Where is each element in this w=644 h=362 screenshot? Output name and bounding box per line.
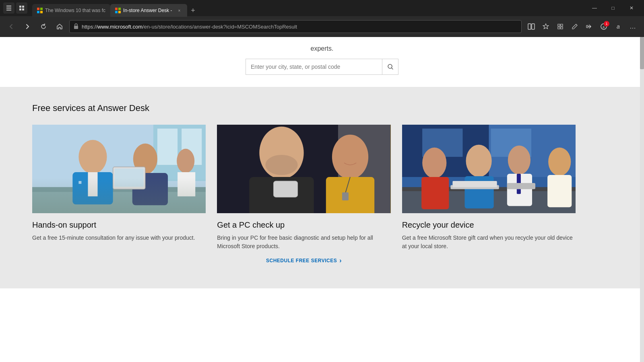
svg-rect-5 (19, 8, 21, 10)
svg-rect-18 (32, 189, 206, 213)
tab-2-label: In-store Answer Desk - (123, 8, 172, 13)
svg-rect-27 (78, 181, 81, 184)
card-hands-on: Hands-on support Get a free 15-minute co… (32, 125, 206, 251)
svg-rect-1 (6, 8, 11, 8)
svg-rect-3 (19, 6, 21, 8)
page-top: experts. (0, 37, 644, 87)
card-recycle: Recycle your device Get a free Microsoft… (402, 125, 576, 251)
svg-rect-19 (32, 187, 206, 192)
title-bar: The Windows 10 that was fc In-store Answ… (0, 0, 644, 16)
share-button[interactable] (583, 20, 596, 33)
ms-favicon-1 (37, 8, 43, 13)
svg-point-37 (332, 135, 368, 179)
search-button[interactable] (382, 59, 398, 74)
tabs-area: The Windows 10 that was fc In-store Answ… (32, 0, 584, 16)
schedule-arrow: › (339, 257, 342, 264)
svg-rect-10 (586, 25, 588, 28)
page-wrapper[interactable]: experts. Free services at Answer Desk (0, 37, 644, 362)
svg-rect-24 (132, 173, 168, 205)
page-footer (0, 288, 644, 296)
svg-rect-2 (6, 10, 11, 10)
new-tab-button[interactable]: + (187, 5, 198, 16)
maximize-button[interactable]: □ (604, 2, 622, 14)
svg-rect-40 (342, 192, 349, 200)
url-text: https://www.microsoft.com/en-us/store/lo… (82, 24, 297, 30)
ms-favicon-2 (115, 8, 121, 13)
toolbar-icons: a 1 a … (525, 20, 639, 33)
card-title-recycle: Recycle your device (402, 220, 576, 230)
card-pc-checkup: Get a PC check up Bring in your PC for f… (217, 125, 390, 251)
card-image-hands-on (32, 125, 206, 213)
refresh-button[interactable] (37, 20, 50, 33)
minimize-button[interactable]: — (585, 2, 604, 14)
svg-rect-4 (22, 6, 24, 8)
card-desc-hands-on: Get a free 15-minute consultation for an… (32, 234, 206, 242)
svg-rect-49 (421, 177, 449, 209)
schedule-free-services-link[interactable]: SCHEDULE FREE SERVICES › (266, 257, 342, 264)
svg-rect-7 (74, 26, 78, 29)
svg-rect-36 (274, 181, 298, 197)
scene-recycle (402, 125, 576, 213)
close-button[interactable]: ✕ (622, 2, 641, 14)
card-image-recycle (402, 125, 576, 213)
svg-rect-16 (157, 129, 178, 165)
svg-rect-22 (88, 172, 97, 196)
svg-point-52 (508, 146, 530, 175)
scrollbar-thumb[interactable] (640, 37, 644, 69)
svg-point-48 (422, 148, 446, 178)
window-controls: — □ ✕ (585, 2, 641, 14)
section-title: Free services at Answer Desk (32, 103, 612, 113)
location-search-input[interactable] (246, 59, 382, 74)
address-bar: https://www.microsoft.com/en-us/store/lo… (0, 16, 644, 37)
card-desc-pc-checkup: Bring in your PC for free basic diagnost… (217, 234, 390, 251)
svg-rect-0 (6, 6, 11, 6)
scene-hands-on (32, 125, 206, 213)
schedule-label: SCHEDULE FREE SERVICES (266, 258, 337, 263)
card-desc-recycle: Get a free Microsoft Store gift card whe… (402, 234, 576, 251)
cards-grid: Hands-on support Get a free 15-minute co… (32, 125, 576, 251)
tab-grid-button[interactable] (16, 2, 27, 14)
experts-text: experts. (311, 45, 334, 52)
tab-1-label: The Windows 10 that was fc (45, 8, 105, 13)
svg-point-50 (466, 145, 491, 177)
svg-point-35 (266, 155, 298, 175)
svg-rect-56 (547, 175, 572, 207)
scene-pc-checkup (217, 125, 390, 213)
svg-point-28 (177, 149, 194, 173)
more-button[interactable]: … (626, 20, 639, 33)
schedule-cell: SCHEDULE FREE SERVICES › (217, 251, 390, 264)
tab-2[interactable]: In-store Answer Desk - × (110, 4, 187, 17)
tab-1[interactable]: The Windows 10 that was fc (32, 4, 110, 17)
pen-button[interactable] (568, 20, 581, 33)
notification-button[interactable]: a 1 (597, 20, 610, 33)
search-container (246, 59, 398, 75)
tab-controls (3, 2, 27, 14)
scrollbar[interactable] (640, 37, 644, 362)
svg-rect-29 (178, 172, 195, 196)
amazon-button[interactable]: a (612, 20, 625, 33)
browser-content: experts. Free services at Answer Desk (0, 37, 644, 362)
collections-button[interactable] (554, 20, 567, 33)
card-title-pc-checkup: Get a PC check up (217, 220, 390, 230)
svg-rect-9 (532, 24, 535, 29)
svg-rect-58 (452, 181, 497, 187)
reader-view-button[interactable] (525, 20, 538, 33)
notification-badge: 1 (604, 21, 609, 27)
tab-2-close[interactable]: × (176, 7, 182, 14)
svg-rect-8 (528, 24, 531, 29)
svg-rect-6 (22, 8, 24, 10)
svg-rect-59 (507, 183, 535, 189)
url-bar[interactable]: https://www.microsoft.com/en-us/store/lo… (69, 20, 522, 33)
card-title-hands-on: Hands-on support (32, 220, 206, 230)
gray-section: Free services at Answer Desk (0, 87, 644, 288)
svg-point-20 (78, 140, 107, 174)
home-button[interactable] (53, 20, 66, 33)
svg-rect-26 (115, 169, 144, 187)
schedule-row: SCHEDULE FREE SERVICES › (32, 251, 576, 264)
back-button[interactable] (5, 20, 18, 33)
svg-point-55 (548, 148, 571, 176)
favorites-button[interactable] (539, 20, 552, 33)
card-image-pc-checkup (217, 125, 390, 213)
tab-list-button[interactable] (3, 2, 14, 14)
forward-button[interactable] (21, 20, 34, 33)
